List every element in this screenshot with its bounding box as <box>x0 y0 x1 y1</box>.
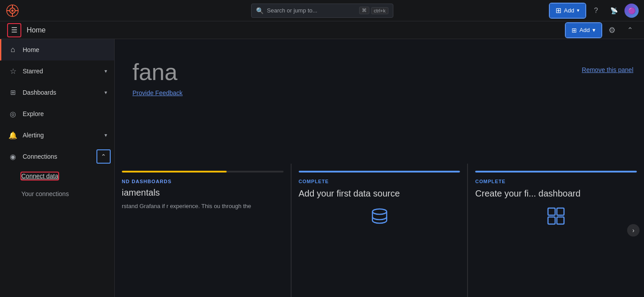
sidebar-sub-your-connections[interactable]: Your connections <box>0 185 114 203</box>
secondary-add-label: Add <box>580 27 590 33</box>
search-bar[interactable]: 🔍 Search or jump to... ⌘ ctrl+k <box>251 4 393 18</box>
main-content: fana Provide Feedback Remove this panel … <box>115 39 644 297</box>
sidebar-item-connections-label: Connections <box>23 153 107 160</box>
gear-icon: ⚙ <box>608 25 616 35</box>
connections-collapse-button[interactable]: ⌃ <box>96 149 111 164</box>
database-icon <box>369 206 390 228</box>
alerting-chevron-icon: ▾ <box>104 132 107 138</box>
sidebar-item-starred[interactable]: ☆ Starred ▾ <box>0 60 114 82</box>
grid-icon <box>546 206 566 226</box>
alerting-icon: 🔔 <box>8 131 17 140</box>
add-button-label: Add <box>564 7 574 14</box>
connections-collapse-icon: ⌃ <box>101 153 106 160</box>
sidebar: ⌂ Home ☆ Starred ▾ ⊞ Dashboards ▾ ◎ Expl… <box>0 39 115 297</box>
svg-point-6 <box>12 9 14 12</box>
secondary-add-button[interactable]: ⊞ Add ▾ <box>566 23 601 37</box>
page-title: Home <box>27 26 46 34</box>
secondary-nav-right: ⊞ Add ▾ ⚙ ⌃ <box>566 23 637 37</box>
connect-data-label: Connect data <box>21 173 58 180</box>
card3-status: COMPLETE <box>475 179 637 184</box>
home-title: fana <box>132 59 630 85</box>
card-fundamentals: ND DASHBOARDS iamentals rstand Grafana i… <box>115 164 291 297</box>
hamburger-icon: ☰ <box>11 26 17 34</box>
add-button[interactable]: ⊞ Add ▾ <box>550 4 585 18</box>
main-inner: fana Provide Feedback Remove this panel … <box>115 39 644 297</box>
layout-body: ⌂ Home ☆ Starred ▾ ⊞ Dashboards ▾ ◎ Expl… <box>0 39 644 297</box>
home-icon: ⌂ <box>8 45 17 54</box>
star-icon: ☆ <box>8 67 17 76</box>
secondary-nav: ☰ Home ⊞ Add ▾ ⚙ ⌃ <box>0 21 644 39</box>
sidebar-item-explore[interactable]: ◎ Explore <box>0 103 114 124</box>
your-connections-label: Your connections <box>21 190 69 197</box>
card1-title: iamentals <box>122 187 284 198</box>
card1-desc: rstand Grafana if r experience. This ou … <box>122 202 284 211</box>
sidebar-item-alerting[interactable]: 🔔 Alerting ▾ <box>0 124 114 146</box>
keyboard-shortcut-key: ctrl+k <box>371 7 388 14</box>
grafana-logo[interactable] <box>5 4 20 18</box>
sidebar-item-starred-label: Starred <box>23 68 99 75</box>
help-icon: ? <box>594 7 598 15</box>
card1-section-label: ND DASHBOARDS <box>122 179 284 184</box>
keyboard-shortcut: ⌘ <box>359 7 369 14</box>
sidebar-item-home[interactable]: ⌂ Home <box>0 39 114 60</box>
remove-panel-link[interactable]: Remove this panel <box>582 66 633 73</box>
top-nav-left <box>5 4 20 18</box>
card-first-dashboard: COMPLETE Create your fi... dashboard <box>468 164 644 297</box>
svg-point-7 <box>372 209 387 214</box>
next-card-button[interactable]: › <box>627 224 640 237</box>
sidebar-item-explore-label: Explore <box>23 110 107 117</box>
top-nav-right: ⊞ Add ▾ ? 📡 🟣 <box>550 4 639 18</box>
collapse-icon: ⌃ <box>627 26 633 34</box>
svg-rect-10 <box>548 217 555 224</box>
starred-chevron-icon: ▾ <box>104 68 107 74</box>
card2-status: COMPLETE <box>299 179 460 184</box>
sidebar-item-alerting-label: Alerting <box>23 132 99 139</box>
sidebar-sub-connect-data[interactable]: Connect data <box>0 167 114 185</box>
avatar[interactable]: 🟣 <box>624 4 639 18</box>
add-panel-icon: ⊞ <box>572 27 577 34</box>
help-button[interactable]: ? <box>589 4 603 18</box>
explore-icon: ◎ <box>8 109 17 118</box>
card2-title: Add your first data source <box>299 188 460 199</box>
dashboards-chevron-icon: ▾ <box>104 89 107 96</box>
provide-feedback-link[interactable]: Provide Feedback <box>132 89 183 96</box>
settings-button[interactable]: ⚙ <box>605 23 619 37</box>
rss-icon: 📡 <box>610 7 618 14</box>
sidebar-item-home-label: Home <box>23 46 107 53</box>
notifications-button[interactable]: 📡 <box>607 4 621 18</box>
collapse-panel-button[interactable]: ⌃ <box>623 23 637 37</box>
avatar-initials: 🟣 <box>628 7 636 14</box>
add-icon: ⊞ <box>556 6 561 15</box>
svg-rect-11 <box>557 217 564 224</box>
sidebar-item-connections[interactable]: ◉ Connections ⌃ <box>0 146 114 167</box>
card3-title: Create your fi... dashboard <box>475 188 637 199</box>
card-first-datasource: COMPLETE Add your first data source <box>291 164 468 297</box>
svg-rect-9 <box>557 208 564 215</box>
add-chevron-icon: ▾ <box>577 8 580 13</box>
chevron-right-icon: › <box>632 227 635 234</box>
search-placeholder: Search or jump to... <box>267 7 356 14</box>
menu-toggle-button[interactable]: ☰ <box>7 23 21 37</box>
secondary-add-chevron: ▾ <box>592 27 596 33</box>
sidebar-item-dashboards[interactable]: ⊞ Dashboards ▾ <box>0 82 114 103</box>
sidebar-item-dashboards-label: Dashboards <box>23 89 99 96</box>
top-nav: 🔍 Search or jump to... ⌘ ctrl+k ⊞ Add ▾ … <box>0 0 644 21</box>
search-shortcut: ⌘ ctrl+k <box>359 7 388 14</box>
svg-rect-8 <box>548 208 555 215</box>
search-icon: 🔍 <box>256 7 264 14</box>
dashboards-icon: ⊞ <box>8 88 17 97</box>
connections-icon: ◉ <box>8 152 17 161</box>
